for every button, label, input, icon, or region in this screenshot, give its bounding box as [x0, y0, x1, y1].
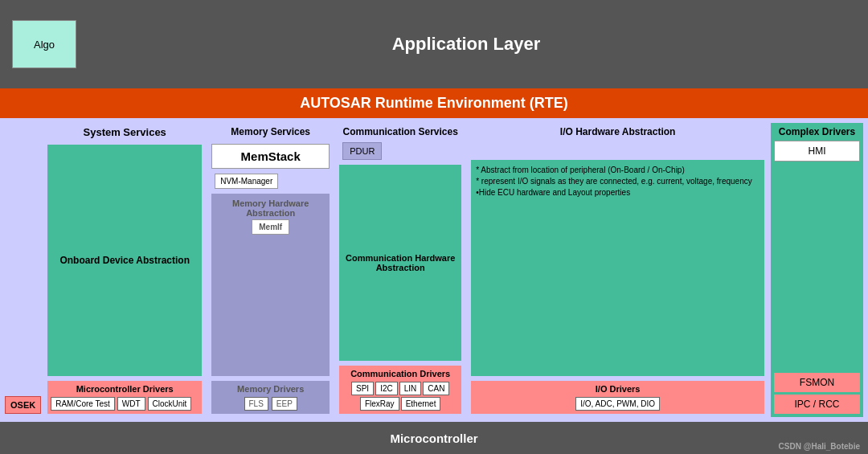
app-layer: Algo Application Layer: [0, 0, 868, 88]
comm-driver-items: SPI I2C LIN CAN FlexRay Ethernet: [342, 382, 458, 411]
osek-box: OSEK: [5, 396, 41, 414]
bottom-bar: Microcontroller CSDN @Hali_Botebie: [0, 422, 868, 454]
io-adc-pwm-box: I/O, ADC, PWM, DIO: [575, 397, 660, 411]
lin-box: LIN: [399, 382, 422, 395]
memory-services-bg: Memory Services MemStack NVM-Manager Mem…: [208, 123, 333, 379]
clockunit-box: ClockUnit: [148, 397, 192, 411]
app-layer-title: Application Layer: [76, 34, 856, 55]
comm-services-title: Communication Services: [336, 123, 465, 141]
communication-column: Communication Services PDUR Communicatio…: [336, 123, 465, 417]
io-column: I/O Hardware Abstraction * Abstract from…: [468, 123, 768, 417]
wdt-box: WDT: [117, 397, 145, 411]
ram-core-test-box: RAM/Core Test: [51, 397, 115, 411]
osek-column: OSEK: [5, 123, 41, 417]
onboard-device-label: Onboard Device Abstraction: [59, 255, 190, 266]
io-hw-abs-box: * Abstract from location of peripheral (…: [471, 160, 764, 376]
comm-drivers-section: Communication Drivers SPI I2C LIN CAN Fl…: [339, 366, 461, 414]
i2c-box: I2C: [375, 382, 398, 395]
comm-hw-abs-box: Communication Hardware Abstraction: [339, 165, 461, 361]
memif-box: MemIf: [252, 219, 289, 235]
comm-services-bg: Communication Services PDUR Communicatio…: [336, 123, 465, 364]
mem-hw-abs-box: Memory Hardware Abstraction MemIf: [211, 194, 330, 376]
micro-drivers-section: Microcontroller Drivers RAM/Core Test WD…: [47, 381, 202, 414]
system-services-column: System Services Onboard Device Abstracti…: [44, 123, 205, 417]
io-hw-abs-header: I/O Hardware Abstraction: [468, 123, 768, 141]
memory-services-title: Memory Services: [208, 123, 333, 141]
memory-drivers-title: Memory Drivers: [215, 384, 326, 394]
eep-box: EEP: [272, 397, 297, 411]
micro-drivers-items: RAM/Core Test WDT ClockUnit: [51, 397, 199, 411]
comm-hw-abs-label: Communication Hardware Abstraction: [344, 253, 457, 272]
watermark: CSDN @Hali_Botebie: [779, 442, 860, 451]
complex-drivers-title: Complex Drivers: [774, 126, 860, 137]
ethernet-box: Ethernet: [401, 397, 441, 411]
memory-services-column: Memory Services MemStack NVM-Manager Mem…: [208, 123, 333, 417]
spi-box: SPI: [351, 382, 374, 395]
memory-drivers-section: Memory Drivers FLS EEP: [211, 381, 330, 414]
io-drivers-title: I/O Drivers: [474, 384, 761, 394]
memstack-box: MemStack: [211, 144, 330, 169]
microcontroller-title: Microcontroller: [390, 432, 477, 445]
mem-driver-items: FLS EEP: [215, 397, 326, 411]
nvm-manager-box: NVM-Manager: [215, 174, 278, 189]
io-hw-abs-desc: * Abstract from location of peripheral (…: [476, 165, 760, 198]
pdur-box: PDUR: [342, 142, 382, 160]
comm-drivers-title: Communication Drivers: [342, 369, 458, 378]
fsmon-box: FSMON: [774, 373, 860, 392]
fls-box: FLS: [244, 397, 268, 411]
io-drivers-section: I/O Drivers I/O, ADC, PWM, DIO: [471, 381, 764, 414]
ipc-box: IPC / RCC: [774, 395, 860, 414]
complex-drivers-column: Complex Drivers HMI FSMON IPC / RCC: [771, 123, 863, 417]
can-box: CAN: [423, 382, 449, 395]
main-container: Algo Application Layer AUTOSAR Runtime E…: [0, 0, 868, 454]
hmi-box: HMI: [774, 141, 860, 162]
onboard-device-box: Onboard Device Abstraction: [47, 145, 202, 376]
algo-label: Algo: [34, 39, 55, 51]
system-services-title: System Services: [44, 123, 205, 141]
complex-drivers-bg: Complex Drivers HMI FSMON IPC / RCC: [771, 123, 863, 417]
mem-hw-abs-title: Memory Hardware Abstraction: [216, 198, 325, 218]
algo-box: Algo: [12, 20, 76, 68]
content-area: OSEK System Services Onboard Device Abst…: [0, 118, 868, 422]
micro-drivers-title: Microcontroller Drivers: [51, 384, 199, 394]
flexray-box: FlexRay: [360, 397, 399, 411]
rte-banner: AUTOSAR Runtime Environment (RTE): [0, 88, 868, 118]
